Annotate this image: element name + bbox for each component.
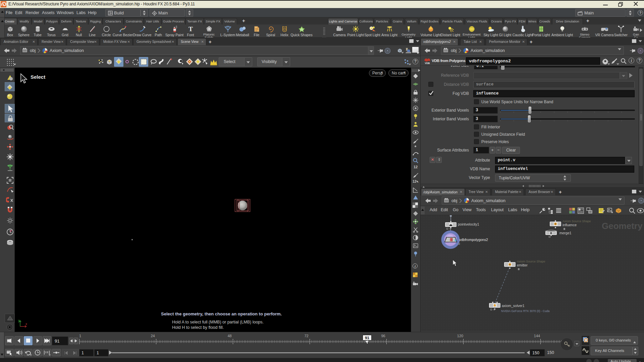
- svg-text:x: x: [25, 322, 27, 326]
- svg-text:y: y: [18, 319, 20, 322]
- svg-text:VDB: VDB: [425, 62, 430, 64]
